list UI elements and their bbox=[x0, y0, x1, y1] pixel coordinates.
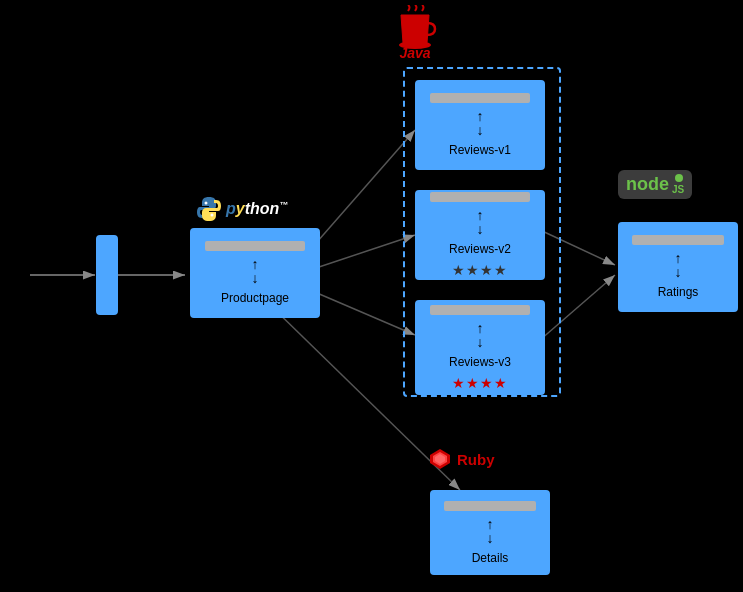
arrow-v1: ↑↓ bbox=[477, 109, 484, 137]
service-bar-ratings bbox=[632, 235, 725, 245]
service-bar-v1 bbox=[430, 93, 531, 103]
arrow-v3: ↑↓ bbox=[477, 321, 484, 349]
ruby-logo: Ruby bbox=[428, 447, 495, 471]
ratings-service: ↑↓ Ratings bbox=[618, 222, 738, 312]
details-service: ↑↓ Details bbox=[430, 490, 550, 575]
arrow-productpage: ↑↓ bbox=[252, 257, 259, 285]
reviews-v3-label: Reviews-v3 bbox=[449, 355, 511, 369]
service-bar-v2 bbox=[430, 192, 531, 202]
svg-point-9 bbox=[399, 41, 431, 49]
svg-line-5 bbox=[310, 290, 415, 335]
reviews-v3-stars: ★★★★ bbox=[452, 375, 508, 391]
details-label: Details bbox=[472, 551, 509, 565]
reviews-v3-service: ↑↓ Reviews-v3 ★★★★ bbox=[415, 300, 545, 395]
service-bar-productpage bbox=[205, 241, 306, 251]
reviews-v2-stars: ★★★★ bbox=[452, 262, 508, 278]
architecture-diagram: Java ↑↓ Reviews-v1 ↑↓ Reviews-v2 ★★★★ ↑↓… bbox=[0, 0, 743, 592]
svg-point-11 bbox=[211, 214, 214, 217]
arrow-v2: ↑↓ bbox=[477, 208, 484, 236]
java-logo: Java bbox=[393, 5, 437, 61]
ruby-label: Ruby bbox=[457, 451, 495, 468]
python-logo: python™ bbox=[196, 196, 288, 222]
service-bar-v3 bbox=[430, 305, 531, 315]
productpage-service: ↑↓ Productpage bbox=[190, 228, 320, 318]
nodejs-logo-box: node JS bbox=[618, 170, 692, 199]
arrow-ratings: ↑↓ bbox=[675, 251, 682, 279]
arrow-details: ↑↓ bbox=[487, 517, 494, 545]
svg-line-4 bbox=[310, 235, 415, 270]
ratings-label: Ratings bbox=[658, 285, 699, 299]
svg-line-3 bbox=[310, 130, 415, 250]
reviews-v2-label: Reviews-v2 bbox=[449, 242, 511, 256]
python-label: python™ bbox=[226, 200, 288, 218]
ingress-box bbox=[96, 235, 118, 315]
reviews-v2-service: ↑↓ Reviews-v2 ★★★★ bbox=[415, 190, 545, 280]
nodejs-logo: node JS bbox=[618, 170, 692, 199]
productpage-label: Productpage bbox=[221, 291, 289, 305]
reviews-v1-service: ↑↓ Reviews-v1 bbox=[415, 80, 545, 170]
service-bar-details bbox=[444, 501, 537, 511]
svg-point-10 bbox=[205, 202, 208, 205]
reviews-v1-label: Reviews-v1 bbox=[449, 143, 511, 157]
